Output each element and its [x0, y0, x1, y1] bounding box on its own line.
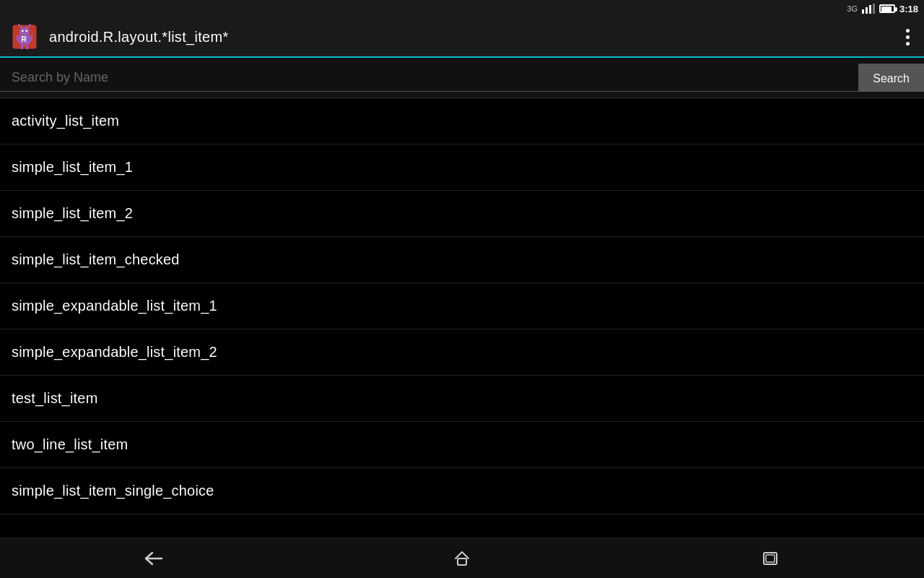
signal-indicator: 3G [847, 4, 858, 13]
list-item[interactable]: simple_list_item_2 [0, 191, 924, 237]
home-button[interactable] [440, 538, 484, 578]
list-item[interactable]: simple_list_item_1 [0, 144, 924, 191]
list-item-text: test_list_item [12, 390, 98, 407]
svg-point-6 [19, 27, 30, 36]
svg-point-7 [22, 30, 24, 32]
svg-point-8 [25, 30, 27, 32]
dot-2 [906, 35, 910, 39]
svg-rect-11 [17, 35, 19, 41]
signal-bars-icon [862, 4, 875, 14]
list-item[interactable]: two_line_list_item [0, 422, 924, 468]
svg-rect-1 [866, 7, 868, 14]
svg-rect-3 [873, 4, 875, 14]
svg-rect-12 [30, 35, 32, 41]
list-item-text: activity_list_item [12, 113, 119, 129]
list-item[interactable]: simple_expandable_list_item_2 [0, 329, 924, 376]
list-item-text: simple_expandable_list_item_1 [12, 298, 217, 314]
app-icon: R [9, 21, 40, 53]
status-bar: 3G 3:18 [847, 0, 924, 17]
list-item[interactable]: test_list_item [0, 376, 924, 422]
list-item-text: simple_list_item_single_choice [12, 483, 214, 499]
svg-rect-14 [26, 45, 29, 49]
recents-icon [762, 550, 779, 567]
search-bar: Search [0, 58, 924, 98]
toolbar-title: android.R.layout.*list_item* [49, 29, 900, 46]
battery-icon [879, 4, 895, 13]
search-input[interactable] [0, 64, 858, 92]
list-item-text: two_line_list_item [12, 436, 128, 453]
list-item-text: simple_list_item_checked [12, 251, 180, 268]
list-item[interactable]: simple_expandable_list_item_1 [0, 283, 924, 329]
dot-3 [906, 42, 910, 46]
dot-1 [906, 29, 910, 33]
clock-display: 3:18 [899, 4, 918, 14]
svg-rect-2 [869, 5, 871, 14]
svg-text:R: R [21, 35, 27, 43]
home-icon [453, 550, 471, 567]
svg-rect-13 [21, 45, 24, 49]
list-item-text: simple_expandable_list_item_2 [12, 344, 217, 361]
svg-rect-17 [458, 558, 466, 565]
svg-rect-19 [766, 555, 775, 562]
list-item-text: simple_list_item_1 [12, 159, 133, 176]
list-item[interactable]: simple_list_item_checked [0, 237, 924, 283]
list-container: activity_list_itemsimple_list_item_1simp… [0, 98, 924, 538]
list-item[interactable]: simple_list_item_single_choice [0, 468, 924, 514]
list-item[interactable]: activity_list_item [0, 98, 924, 144]
search-button[interactable]: Search [858, 64, 924, 92]
back-button[interactable] [132, 538, 175, 578]
nav-bar [0, 538, 924, 578]
list-item-text: simple_list_item_2 [12, 205, 133, 222]
toolbar: R android.R.layout.*list_item* [0, 0, 924, 58]
svg-rect-0 [862, 9, 864, 14]
recents-button[interactable] [749, 538, 792, 578]
overflow-menu-button[interactable] [900, 23, 915, 51]
back-icon [144, 551, 164, 566]
